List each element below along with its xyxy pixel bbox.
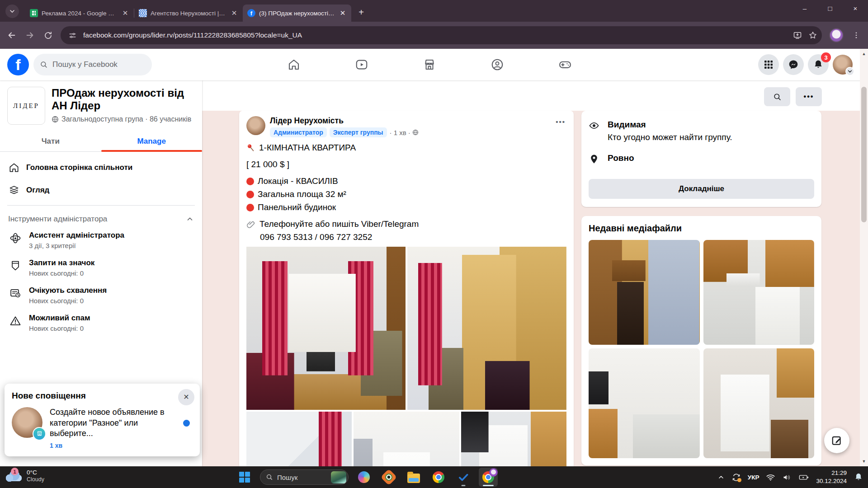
sidebar-item-possible-spam[interactable]: Можливий спам Нових сьогодні: 0 [4, 309, 198, 337]
tab-search-chevron-icon[interactable] [5, 5, 19, 18]
taskbar-search[interactable]: Пошук [260, 469, 349, 485]
window-controls: – □ × [792, 0, 868, 16]
profile-avatar[interactable] [833, 55, 853, 75]
nav-marketplace-tab[interactable] [396, 49, 463, 80]
paperclip-icon [246, 220, 256, 229]
address-bar[interactable]: facebook.com/groups/lider.rv/posts/11122… [61, 26, 822, 44]
scroll-up-icon[interactable]: ▲ [860, 50, 868, 58]
scrollbar-thumb[interactable] [861, 87, 867, 222]
close-button[interactable]: × [843, 0, 868, 16]
scroll-down-icon[interactable]: ▼ [860, 457, 868, 465]
tab-close-icon[interactable]: ✕ [121, 9, 129, 17]
reload-icon[interactable] [42, 30, 53, 41]
post-photo-wallpaper[interactable] [246, 412, 352, 466]
search-icon [40, 61, 48, 69]
restore-button[interactable]: □ [817, 0, 843, 16]
wifi-icon[interactable] [766, 473, 775, 482]
layers-icon [8, 184, 20, 196]
post-menu-button[interactable]: ••• [555, 116, 566, 137]
bookmark-star-icon[interactable] [807, 30, 818, 41]
back-icon[interactable] [6, 30, 17, 41]
post-photo-living-room[interactable] [246, 247, 406, 410]
notification-center-bell-icon[interactable] [854, 472, 863, 482]
media-photo-kitchen-counter[interactable] [589, 348, 700, 458]
install-app-icon[interactable] [792, 30, 803, 41]
bullet-text: Панельний будинок [258, 202, 336, 212]
start-button[interactable] [235, 468, 254, 487]
site-settings-icon[interactable] [67, 30, 78, 41]
taskbar-todo-button[interactable] [454, 468, 473, 487]
tab-close-icon[interactable]: ✕ [339, 9, 347, 17]
taskbar-chrome-active-button[interactable] [479, 468, 498, 487]
taskbar-copilot-button[interactable] [354, 468, 373, 487]
weather-widget[interactable]: 1 0°C Cloudy [5, 469, 44, 483]
post-time[interactable]: · 1 хв · [390, 129, 410, 136]
toast-close-button[interactable]: ✕ [178, 389, 194, 405]
post-author-avatar[interactable] [246, 116, 265, 135]
minimize-button[interactable]: – [792, 0, 817, 16]
copilot-icon [358, 471, 370, 483]
weather-condition: Cloudy [27, 476, 44, 483]
update-sync-icon[interactable] [731, 473, 741, 482]
media-photo-hallway[interactable] [589, 240, 700, 345]
sidebar-item-community-home[interactable]: Головна сторінка спільноти [4, 156, 198, 179]
media-grid [589, 240, 814, 458]
new-tab-button[interactable]: + [355, 6, 368, 19]
volume-icon[interactable] [782, 473, 792, 482]
media-photo-kitchen[interactable] [703, 240, 815, 345]
tab-manage[interactable]: Manage [101, 130, 203, 151]
taskbar-chrome-button[interactable] [429, 468, 448, 487]
learn-more-button[interactable]: Докладніше [589, 179, 814, 199]
post-author-name[interactable]: Лідер Нерухомість [270, 116, 555, 126]
admin-tools-header[interactable]: Інструменти адміністратора [0, 209, 202, 226]
active-indicator [483, 485, 494, 486]
taskbar-viewer-button[interactable] [379, 468, 398, 487]
nav-watch-tab[interactable] [328, 49, 396, 80]
nav-gaming-tab[interactable] [531, 49, 599, 80]
nav-groups-tab[interactable] [463, 49, 531, 80]
post-photo-fridge[interactable] [461, 412, 566, 466]
pushpin-icon [246, 143, 255, 152]
edit-pencil-icon [831, 435, 843, 446]
home-icon [287, 58, 301, 71]
nav-home-tab[interactable] [260, 49, 328, 80]
location-name: Ровно [608, 153, 634, 166]
tab-google-sheets[interactable]: Реклама 2024 - Google Таблиц ✕ [25, 5, 134, 22]
tab-chats[interactable]: Чати [0, 130, 101, 151]
browser-menu-icon[interactable] [851, 30, 862, 41]
notification-badge: 3 [821, 52, 831, 62]
browser-profile-avatar[interactable] [829, 28, 844, 42]
notification-toast[interactable]: Нове сповіщення ✕ Создайте новое объявле… [5, 384, 200, 456]
sidebar-item-admin-assist[interactable]: Асистент адміністратора 3 дії, 3 критері… [4, 226, 198, 254]
forward-icon[interactable] [24, 30, 35, 41]
taskbar-search-placeholder: Пошук [277, 474, 327, 481]
facebook-logo[interactable]: f [7, 54, 29, 75]
taskbar-explorer-button[interactable] [404, 468, 423, 487]
messenger-button[interactable] [783, 54, 804, 75]
sidebar-item-badge-requests[interactable]: Запити на значок Нових сьогодні: 0 [4, 254, 198, 282]
media-photo-room-fridge[interactable] [703, 348, 815, 458]
battery-icon[interactable] [798, 473, 809, 482]
tab-facebook-active[interactable]: f (3) ПРОдаж нерухомості від А ✕ [243, 5, 351, 22]
post-header: Лідер Нерухомість Администратор Эксперт … [239, 111, 574, 137]
group-search-button[interactable] [764, 87, 790, 106]
update-dot [737, 478, 741, 482]
tab-close-icon[interactable]: ✕ [230, 9, 238, 17]
language-indicator[interactable]: УКР [748, 474, 760, 481]
facebook-nav [260, 49, 599, 80]
tab-agency-site[interactable]: Агентство Нерухомості | 0975 ✕ [134, 5, 243, 22]
tray-chevron-up-icon[interactable] [717, 474, 725, 481]
taskbar-clock[interactable]: 21:29 30.12.2024 [816, 469, 847, 485]
facebook-search-input[interactable]: Пошук у Facebook [33, 54, 152, 75]
menu-grid-button[interactable] [758, 54, 779, 75]
notifications-button[interactable]: 3 [808, 54, 829, 75]
post-photo-wardrobe[interactable] [407, 247, 566, 410]
search-highlight-image[interactable] [331, 471, 346, 483]
sidebar-item-overview[interactable]: Огляд [4, 179, 198, 202]
compose-fab-button[interactable] [824, 428, 849, 453]
post-price: [ 21 000 $ ] [246, 160, 289, 169]
sidebar-item-pending-approval[interactable]: Очікують схвалення Нових сьогодні: 0 [4, 282, 198, 309]
group-more-button[interactable]: ••• [796, 87, 822, 106]
post-photo-window[interactable] [354, 412, 459, 466]
page-scrollbar[interactable]: ▲ ▼ [860, 49, 868, 466]
